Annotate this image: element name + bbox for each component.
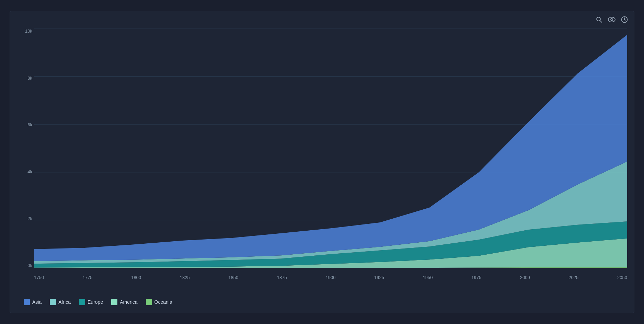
svg-line-6 (624, 20, 626, 20)
x-label-2025: 2025 (568, 275, 578, 280)
svg-line-1 (600, 21, 602, 22)
x-label-1900: 1900 (325, 275, 335, 280)
x-label-2000: 2000 (520, 275, 530, 280)
clock-icon[interactable] (621, 16, 628, 25)
legend-swatch-asia (24, 299, 30, 305)
x-label-1800: 1800 (131, 275, 141, 280)
x-label-2050: 2050 (617, 275, 627, 280)
y-axis: 0k 2k 4k 6k 8k 10k (15, 28, 32, 268)
legend-label-europe: Europe (88, 299, 103, 305)
y-label-2k: 2k (27, 216, 32, 221)
legend-label-america: America (120, 299, 137, 305)
x-label-1925: 1925 (374, 275, 384, 280)
svg-point-2 (608, 17, 615, 22)
svg-point-0 (597, 17, 600, 21)
legend-item-europe[interactable]: Europe (79, 299, 103, 305)
legend-swatch-africa (50, 299, 56, 305)
chart-container: 0k 2k 4k 6k 8k 10k 1750 1775 1800 1825 1… (10, 11, 634, 313)
y-label-8k: 8k (27, 76, 32, 81)
legend-item-america[interactable]: America (111, 299, 137, 305)
x-label-1875: 1875 (277, 275, 287, 280)
y-label-0k: 0k (27, 263, 32, 268)
chart-legend: Asia Africa Europe America Oceania (24, 299, 172, 305)
svg-point-3 (611, 19, 613, 21)
legend-item-africa[interactable]: Africa (50, 299, 71, 305)
legend-swatch-america (111, 299, 117, 305)
x-label-1850: 1850 (228, 275, 238, 280)
x-label-1775: 1775 (83, 275, 93, 280)
toolbar (596, 16, 628, 25)
legend-label-africa: Africa (58, 299, 71, 305)
search-icon[interactable] (596, 16, 602, 25)
legend-label-oceania: Oceania (154, 299, 172, 305)
x-label-1825: 1825 (180, 275, 190, 280)
y-label-4k: 4k (27, 169, 32, 174)
area-chart (34, 28, 627, 268)
legend-swatch-oceania (146, 299, 152, 305)
legend-item-oceania[interactable]: Oceania (146, 299, 172, 305)
legend-label-asia: Asia (32, 299, 42, 305)
x-label-1750: 1750 (34, 275, 44, 280)
legend-item-asia[interactable]: Asia (24, 299, 42, 305)
x-label-1950: 1950 (423, 275, 433, 280)
x-axis: 1750 1775 1800 1825 1850 1875 1900 1925 … (34, 275, 627, 280)
y-label-10k: 10k (25, 28, 32, 34)
x-label-1975: 1975 (471, 275, 481, 280)
eye-icon[interactable] (608, 17, 616, 24)
y-label-6k: 6k (27, 122, 32, 127)
legend-swatch-europe (79, 299, 85, 305)
